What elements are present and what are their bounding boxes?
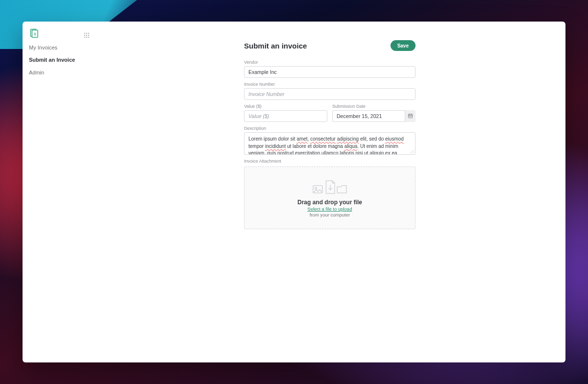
description-label: Description [244, 126, 416, 131]
svg-text:$: $ [34, 32, 36, 36]
svg-point-20 [315, 187, 317, 189]
attachment-dropzone[interactable]: Drag and drop your file Select a file to… [244, 167, 416, 229]
vendor-input[interactable] [244, 66, 416, 78]
save-button[interactable]: Save [391, 40, 416, 51]
value-input[interactable] [244, 110, 327, 122]
svg-point-3 [84, 33, 85, 34]
submission-date-label: Submission Date [332, 104, 416, 109]
sidebar-item-my-invoices[interactable]: My Invoices [29, 44, 88, 51]
svg-rect-16 [409, 116, 410, 116]
sidebar-nav: My Invoices Submit an Invoice Admin [29, 44, 88, 76]
calendar-icon [408, 113, 413, 120]
sidebar-item-admin[interactable]: Admin [29, 69, 88, 76]
invoice-number-input[interactable] [244, 88, 416, 100]
svg-point-6 [84, 35, 85, 36]
svg-point-8 [88, 35, 89, 36]
page-title: Submit an invoice [244, 42, 307, 50]
description-textarea[interactable]: Lorem ipsum dolor sit amet, consectetur … [244, 132, 416, 155]
dropzone-select-link[interactable]: Select a file to upload [308, 206, 352, 212]
sidebar: $ My Invoices Submit an Invoice Admin [23, 22, 77, 362]
app-grip-icon[interactable] [84, 32, 90, 38]
dropzone-subtext: from your computer [310, 212, 350, 217]
svg-point-5 [88, 33, 89, 34]
svg-point-4 [86, 33, 87, 34]
svg-rect-18 [411, 116, 412, 116]
invoice-number-label: Invoice Number [244, 82, 416, 87]
app-window: $ My Invoices Submit an Invoice Admin Su… [23, 22, 565, 362]
svg-point-9 [84, 37, 85, 38]
value-label: Value ($) [244, 104, 327, 109]
attachment-label: Invoice Attachment [244, 159, 416, 164]
page-header: Submit an invoice Save [244, 40, 416, 51]
upload-illustration-icon [311, 179, 348, 195]
svg-point-10 [86, 37, 87, 38]
svg-rect-17 [410, 116, 411, 116]
app-logo-icon: $ [29, 28, 39, 38]
resize-handle-icon[interactable] [410, 149, 414, 153]
vendor-label: Vendor [244, 60, 416, 65]
calendar-button[interactable] [405, 110, 416, 122]
dropzone-title: Drag and drop your file [297, 199, 362, 206]
submission-date-input[interactable] [332, 110, 416, 122]
svg-point-11 [88, 37, 89, 38]
svg-point-7 [86, 35, 87, 36]
main: Submit an invoice Save Vendor Invoice Nu… [244, 40, 416, 229]
sidebar-item-submit-invoice[interactable]: Submit an Invoice [29, 56, 88, 64]
